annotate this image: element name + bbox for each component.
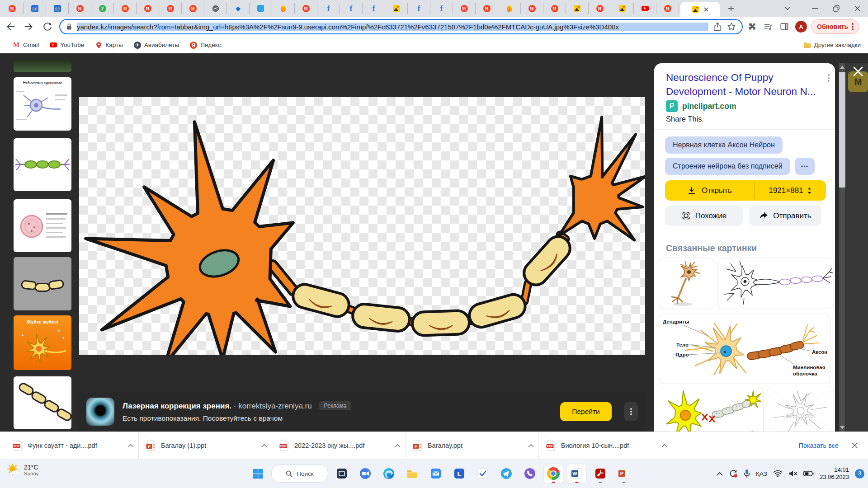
bookmark-item[interactable]: Карты [90, 40, 127, 51]
related-image-yellow-neuron[interactable] [659, 387, 764, 432]
windows-update-icon[interactable] [729, 469, 738, 478]
taskbar-app-acrobat[interactable] [590, 464, 610, 483]
yandex-tab[interactable]: Я [182, 3, 204, 14]
yandex-tab[interactable]: Я [656, 3, 679, 14]
update-chrome-button[interactable]: Обновить [811, 19, 859, 34]
thumbnail-green-chain-neuron[interactable] [14, 138, 71, 191]
tab-close-icon[interactable] [703, 7, 709, 12]
yandex-tab[interactable]: Я [159, 3, 182, 14]
yandex-images-tab[interactable] [611, 3, 634, 14]
taskbar-app-todo[interactable] [473, 464, 493, 483]
language-indicator[interactable]: ҚАЗ [756, 470, 767, 477]
yandex-tab[interactable]: Я [453, 3, 476, 14]
bookmark-item[interactable]: ✈Авиабилеты [129, 40, 184, 51]
ad-site[interactable]: korrektsiya-zreniya.ru [238, 402, 312, 410]
yandex-images-tab[interactable] [566, 3, 589, 14]
scroll-down-arrow[interactable] [840, 426, 844, 429]
extensions-button[interactable] [745, 19, 759, 34]
2gis-tab[interactable]: 7 [91, 3, 114, 14]
image-title-link[interactable]: Neuroscience Of Puppy Development - Moto… [666, 70, 818, 99]
share-icon[interactable] [712, 22, 722, 32]
address-bar[interactable]: yandex.kz/images/search?from=tabbar&img_… [59, 19, 743, 34]
main-image[interactable] [79, 97, 645, 355]
download-expand-icon[interactable] [261, 444, 267, 447]
new-tab-button[interactable] [724, 2, 738, 15]
bookmark-item[interactable]: YouTube [45, 40, 89, 51]
f-site-tab[interactable]: f [363, 3, 385, 14]
related-image-sketch-neuron[interactable]: BIGSTOCK [767, 387, 834, 432]
download-item[interactable]: PDFБиология 10-сын....pdf [539, 432, 672, 459]
taskbar-app-chrome[interactable] [543, 464, 563, 483]
f-site-tab[interactable]: f [340, 3, 363, 14]
active-tab[interactable] [680, 2, 720, 17]
taskbar-app-lapp[interactable]: L [449, 464, 469, 483]
back-button[interactable] [2, 19, 19, 35]
taskbar-app-word[interactable]: W [567, 464, 587, 483]
bookmark-item[interactable]: ЯЯндекс [185, 40, 225, 51]
more-tags-button[interactable]: ••• [795, 158, 815, 175]
related-image-tan-neuron[interactable] [659, 258, 714, 309]
download-expand-icon[interactable] [128, 444, 134, 447]
taskbar-app-mail[interactable] [426, 464, 446, 483]
start-button[interactable] [248, 464, 268, 483]
taskbar-search[interactable]: Поиск [271, 465, 328, 483]
media-controls-button[interactable] [761, 19, 775, 34]
thumbnail-myelin-gray-selected[interactable] [14, 257, 71, 310]
yandex-tab[interactable]: Я [543, 3, 566, 14]
ad-go-button[interactable]: Перейти [560, 402, 612, 421]
download-item[interactable]: PБагалау (1).ppt [139, 432, 272, 459]
mailru-tab[interactable]: @ [46, 3, 69, 14]
taskbar-app-telegram[interactable] [496, 464, 516, 483]
download-item[interactable]: PDF2022-2023 оқу жы....pdf [272, 432, 406, 459]
yandex-tab[interactable]: Я [589, 3, 611, 14]
thumbnail-photo-partial[interactable] [14, 60, 71, 72]
tag-chip[interactable]: Нервная клетка Аксон Нейрон [665, 136, 783, 154]
related-image-labeled-diagram[interactable]: ДендритыТелоЯдроАксонМиелиноваяоболочка [659, 314, 830, 384]
profile-avatar[interactable]: A [795, 21, 807, 33]
weather-widget[interactable]: 21°C Sunny [6, 463, 39, 477]
yandex-tab[interactable]: Я [476, 3, 498, 14]
minimize-button[interactable] [804, 0, 826, 17]
browser-menu-icon[interactable] [852, 23, 854, 30]
yandex-tab[interactable]: Я [1, 3, 24, 14]
f-site-tab[interactable]: f [430, 3, 453, 14]
taskbar-app-ppt[interactable]: P [614, 464, 634, 483]
volume-muted-icon[interactable] [788, 470, 797, 477]
url-text[interactable]: yandex.kz/images/search?from=tabbar&img_… [77, 23, 708, 31]
clock[interactable]: 14:01 23.06.2023 [820, 466, 849, 481]
f-site-tab[interactable]: f [317, 3, 340, 14]
tag-chip[interactable]: Строение нейрона без подписей [665, 158, 790, 175]
asus-tab[interactable]: ◆ [227, 3, 250, 14]
close-window-button[interactable] [847, 0, 868, 17]
panel-menu-button[interactable] [828, 74, 830, 82]
download-item[interactable]: PБагалау.ppt [406, 432, 539, 459]
download-expand-icon[interactable] [528, 444, 534, 447]
related-image-line-neuron[interactable] [717, 258, 834, 309]
yandex-images-tab[interactable] [385, 3, 408, 14]
yandex-tab[interactable]: Я [137, 3, 159, 14]
taskbar-app-explorer[interactable] [402, 464, 422, 483]
microphone-icon[interactable] [744, 469, 750, 478]
taskbar-app-edge[interactable] [379, 464, 399, 483]
mailru-tab[interactable]: @ [24, 3, 46, 14]
taskbar-app-viber[interactable] [520, 464, 540, 483]
download-expand-icon[interactable] [661, 444, 667, 447]
maximize-button[interactable] [826, 0, 847, 17]
download-expand-icon[interactable] [395, 444, 401, 447]
notification-badge[interactable]: 3 [855, 469, 864, 479]
side-panel-button[interactable] [777, 19, 792, 34]
tray-chevron-up-icon[interactable] [717, 472, 723, 476]
download-item[interactable]: PDFФунк сауатт - ади....pdf [5, 432, 139, 459]
scrollbar-thumb[interactable] [839, 72, 845, 188]
similar-button[interactable]: Похожие [665, 206, 743, 226]
forward-button[interactable] [21, 19, 37, 35]
close-downloads-icon[interactable] [851, 442, 858, 449]
wifi-icon[interactable] [773, 470, 783, 477]
other-bookmarks-button[interactable]: Другие закладки [803, 42, 861, 48]
yandex-tab[interactable]: Я [521, 3, 543, 14]
office-tab[interactable] [250, 3, 272, 14]
ad-banner[interactable]: Лазерная коррекция зрения. · korrektsiya… [79, 392, 645, 432]
viewer-close-button[interactable] [849, 63, 867, 80]
send-button[interactable]: Отправить [749, 206, 821, 226]
source-site-link[interactable]: P pinclipart.com [666, 100, 736, 112]
